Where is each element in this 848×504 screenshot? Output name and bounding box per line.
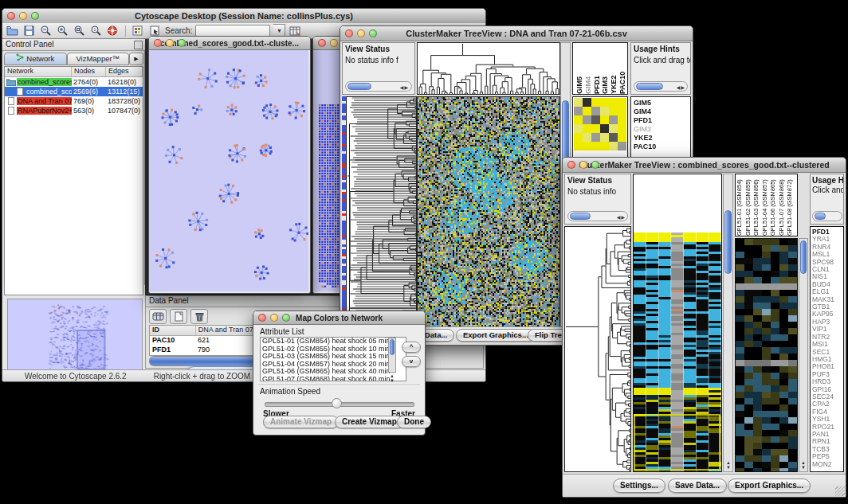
tv2-titlebar[interactable]: ClusterMaker TreeView : combined_scores_… bbox=[563, 158, 846, 173]
settings-button[interactable]: Settings... bbox=[613, 479, 665, 493]
scroll-arrows[interactable]: ◀▶ bbox=[617, 214, 626, 220]
close-button[interactable] bbox=[7, 12, 15, 20]
tv1-column-dendrogram[interactable] bbox=[417, 42, 560, 95]
vizmapper-icon[interactable] bbox=[132, 25, 145, 37]
resize-grip[interactable] bbox=[835, 486, 845, 496]
gene-label[interactable]: SEC24 bbox=[812, 393, 842, 400]
save-data-button[interactable]: Save Data... bbox=[668, 479, 727, 493]
tv2-usage-hscrollbar[interactable] bbox=[812, 211, 842, 221]
gene-label[interactable]: HRD3 bbox=[812, 378, 842, 385]
tab-network[interactable]: Network bbox=[4, 53, 67, 65]
list-scroll-arrows[interactable]: ▲▼ bbox=[390, 373, 395, 383]
tab-vizmapper[interactable]: VizMapper™ bbox=[67, 53, 130, 65]
attribute-grid-icon[interactable] bbox=[149, 309, 167, 324]
float-panel-icon[interactable] bbox=[134, 41, 143, 49]
tv2-detail-vscrollbar[interactable]: ▲▼ bbox=[799, 238, 808, 472]
tv2-heatmap-area[interactable] bbox=[633, 174, 722, 472]
gene-label[interactable]: PAN1 bbox=[812, 431, 842, 438]
help-lifering-icon[interactable] bbox=[106, 25, 120, 37]
network-row[interactable]: combined_scores2764(0)16218(0) bbox=[5, 77, 143, 87]
gene-label[interactable]: PUF3 bbox=[812, 371, 842, 378]
network-overview-birdseye[interactable] bbox=[7, 299, 143, 375]
gene-label[interactable]: NIS1 bbox=[812, 273, 842, 280]
minimize-button[interactable] bbox=[357, 29, 365, 37]
gene-label[interactable]: GIM3 bbox=[634, 125, 688, 134]
network-graph-canvas[interactable] bbox=[149, 50, 308, 291]
close-button[interactable] bbox=[567, 161, 575, 169]
gene-label[interactable]: TCB3 bbox=[812, 446, 842, 453]
gene-label[interactable]: PFD1 bbox=[634, 116, 688, 125]
tv1-usage-hscrollbar[interactable]: ◀▶ bbox=[634, 81, 688, 92]
attribute-table-icon[interactable] bbox=[289, 25, 302, 37]
open-folder-icon[interactable] bbox=[6, 25, 19, 37]
zoom-fit-icon[interactable]: 1 bbox=[89, 25, 103, 37]
export-graphics-button[interactable]: Export Graphics... bbox=[728, 479, 811, 493]
gene-label[interactable]: YRA1 bbox=[812, 236, 842, 243]
close-button[interactable] bbox=[258, 314, 266, 322]
donebutton[interactable]: Done bbox=[397, 416, 431, 428]
tv2-detail-heatmap[interactable] bbox=[735, 238, 798, 472]
tv1-heatmap[interactable] bbox=[417, 96, 560, 327]
gene-label[interactable]: PHO81 bbox=[812, 363, 842, 370]
tv2-main-vscrollbar[interactable]: ▲▼ bbox=[723, 174, 733, 472]
gene-label[interactable]: MSI1 bbox=[812, 341, 842, 348]
close-button[interactable] bbox=[318, 39, 326, 47]
network-row[interactable]: combined_sco2569(6)13112(15) bbox=[5, 87, 143, 96]
zoom-button[interactable] bbox=[178, 39, 186, 47]
zoom-button[interactable] bbox=[282, 314, 290, 322]
close-button[interactable] bbox=[154, 39, 162, 47]
gene-label[interactable]: YKE2 bbox=[634, 134, 688, 143]
save-icon[interactable] bbox=[22, 25, 36, 37]
zoom-out-icon[interactable] bbox=[39, 25, 53, 37]
attribute-list-vscrollbar[interactable] bbox=[388, 338, 396, 373]
attribute-list[interactable]: GPL51-01 (GSM854) heat shock 05 minGPL51… bbox=[260, 337, 406, 381]
tv2-row-dendrogram[interactable] bbox=[564, 226, 631, 472]
search-input[interactable] bbox=[195, 25, 270, 37]
gene-label[interactable]: BUD4 bbox=[812, 281, 842, 288]
gene-label[interactable]: RPN1 bbox=[812, 438, 842, 445]
gene-label[interactable]: MON2 bbox=[812, 461, 842, 468]
gene-label[interactable]: HMG1 bbox=[812, 356, 842, 363]
gene-label[interactable]: KAP95 bbox=[812, 311, 842, 318]
zoom-button[interactable] bbox=[591, 161, 599, 169]
gene-label[interactable]: PEP5 bbox=[812, 453, 842, 460]
gene-label[interactable]: ELG1 bbox=[812, 288, 842, 295]
network-row[interactable]: RNAPuberNov2+563(0)107847(0) bbox=[5, 106, 143, 115]
col-edges[interactable]: Edges bbox=[106, 67, 143, 76]
tab-overflow-button[interactable]: ▶ bbox=[129, 53, 143, 65]
export-graphics-button[interactable]: Export Graphics... bbox=[456, 329, 536, 342]
annotation-icon[interactable] bbox=[148, 25, 162, 37]
scroll-arrows[interactable]: ◀▶ bbox=[677, 84, 685, 90]
gene-label[interactable]: YSH1 bbox=[812, 416, 842, 423]
slider-thumb[interactable] bbox=[332, 398, 342, 408]
tv2-status-hscrollbar[interactable]: ◀▶ bbox=[567, 211, 628, 221]
gene-label[interactable]: PFD1 bbox=[812, 229, 842, 236]
dialog-titlebar[interactable]: Map Colors to Network bbox=[253, 311, 425, 325]
gene-label[interactable]: GIM5 bbox=[634, 99, 688, 107]
zoom-button[interactable] bbox=[31, 12, 39, 20]
minimize-button[interactable] bbox=[19, 12, 27, 20]
gene-label[interactable]: FIG4 bbox=[812, 408, 842, 416]
move-down-button[interactable]: v bbox=[402, 356, 421, 367]
gene-label[interactable]: RNR4 bbox=[812, 244, 842, 251]
gene-label[interactable]: GTB1 bbox=[812, 303, 842, 311]
main-titlebar[interactable]: Cytoscape Desktop (Session Name: collins… bbox=[2, 9, 485, 24]
gene-label[interactable]: CPA2 bbox=[812, 400, 842, 408]
gene-label[interactable]: VIP1 bbox=[812, 326, 842, 333]
tv1-status-hscrollbar[interactable]: ◀▶ bbox=[345, 81, 412, 92]
attr-col-id[interactable]: ID bbox=[150, 326, 196, 335]
gene-label[interactable]: MAK31 bbox=[812, 296, 842, 303]
gene-label[interactable]: NTR2 bbox=[812, 334, 842, 341]
gene-label[interactable]: SPC98 bbox=[812, 259, 842, 266]
minimize-button[interactable] bbox=[579, 161, 587, 169]
tv1-row-dendrogram[interactable] bbox=[346, 96, 417, 327]
new-attribute-icon[interactable] bbox=[170, 309, 187, 324]
zoom-in-icon[interactable] bbox=[56, 25, 69, 37]
create-vizmapbutton[interactable]: Create Vizmap bbox=[335, 416, 404, 428]
minimize-button[interactable] bbox=[330, 39, 338, 47]
close-button[interactable] bbox=[345, 29, 353, 37]
col-network[interactable]: Network bbox=[5, 67, 72, 76]
gene-label[interactable]: MSL1 bbox=[812, 251, 842, 258]
tv1-titlebar[interactable]: ClusterMaker TreeView : DNA and Tran 07-… bbox=[340, 26, 693, 41]
zoom-selected-icon[interactable] bbox=[73, 25, 86, 37]
